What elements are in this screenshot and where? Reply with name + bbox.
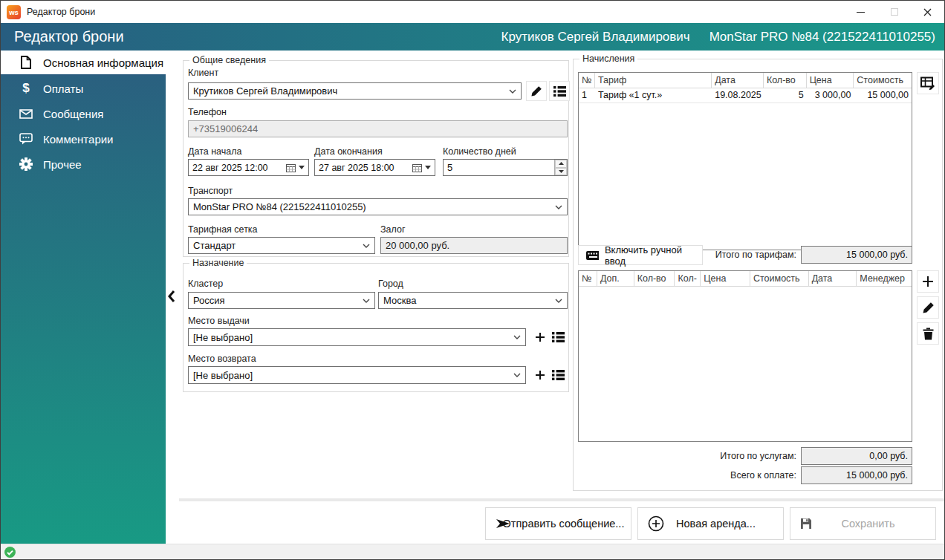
minimize-button[interactable] bbox=[844, 1, 877, 23]
return-place-list-button[interactable] bbox=[550, 366, 567, 384]
cluster-combobox[interactable]: Россия bbox=[188, 292, 375, 309]
ws-app-icon: ws bbox=[7, 5, 21, 19]
pickup-place-value: [Не выбрано] bbox=[193, 332, 253, 343]
start-date-picker[interactable]: 22 авг 2025 12:00 bbox=[188, 159, 309, 176]
titlebar: ws Редактор брони bbox=[1, 1, 944, 23]
destination-group: Назначение Кластер Россия Город Москва М… bbox=[183, 263, 569, 392]
col-header[interactable]: № bbox=[579, 271, 597, 286]
city-label: Город bbox=[378, 279, 403, 289]
sidebar-item-other[interactable]: Прочее bbox=[1, 152, 166, 177]
maximize-icon bbox=[891, 8, 898, 16]
chevron-down-icon bbox=[363, 244, 370, 248]
group-legend: Общие сведения bbox=[189, 55, 269, 65]
col-header[interactable]: Дата bbox=[712, 73, 764, 88]
col-header[interactable]: Кол- bbox=[675, 271, 701, 286]
edit-service-button[interactable] bbox=[917, 296, 939, 319]
cluster-label: Кластер bbox=[188, 279, 223, 289]
comment-icon bbox=[19, 133, 33, 145]
col-header[interactable]: Цена bbox=[701, 271, 750, 286]
new-rental-label: Новая аренда... bbox=[638, 508, 783, 539]
list-icon bbox=[553, 86, 566, 97]
col-header[interactable]: Менеджер bbox=[857, 271, 912, 286]
arrow-up-icon bbox=[559, 162, 564, 165]
app-window: ws Редактор брони Редактор брони Крутико… bbox=[0, 0, 945, 560]
services-table[interactable]: № Доп. Кол-во Кол- Цена Стоимость Дата М… bbox=[578, 270, 912, 442]
app-header: Редактор брони Крутиков Сергей Владимиро… bbox=[1, 23, 944, 51]
chevron-down-icon bbox=[363, 299, 370, 303]
col-header[interactable]: Доп. bbox=[597, 271, 634, 286]
client-list-button[interactable] bbox=[549, 81, 570, 101]
calendar-icon bbox=[286, 163, 296, 172]
edit-client-button[interactable] bbox=[526, 81, 547, 101]
sidebar-item-payments[interactable]: $ Оплаты bbox=[1, 76, 166, 101]
cell-quantity: 5 bbox=[764, 88, 807, 102]
sidebar-item-messages[interactable]: Сообщения bbox=[1, 101, 166, 126]
col-header[interactable]: Дата bbox=[809, 271, 857, 286]
services-total-value: 0,00 руб. bbox=[869, 451, 908, 461]
pickup-place-combobox[interactable]: [Не выбрано] bbox=[188, 328, 526, 346]
edit-tariff-table-button[interactable] bbox=[917, 72, 939, 94]
add-service-button[interactable] bbox=[917, 270, 939, 293]
spin-down-button[interactable] bbox=[555, 168, 567, 176]
city-value: Москва bbox=[383, 295, 416, 306]
pickup-place-list-button[interactable] bbox=[550, 328, 567, 346]
col-header[interactable]: Кол-во bbox=[634, 271, 675, 286]
pencil-icon bbox=[922, 302, 935, 314]
days-count-value: 5 bbox=[444, 160, 554, 175]
return-place-combobox[interactable]: [Не выбрано] bbox=[188, 366, 526, 384]
col-header[interactable]: Тариф bbox=[595, 73, 712, 88]
col-header[interactable]: Цена bbox=[807, 73, 854, 88]
client-value: Крутиков Сергей Владимирович bbox=[193, 85, 337, 97]
keyboard-icon bbox=[586, 251, 599, 260]
tariff-table-header: № Тариф Дата Кол-во Цена Стоимость bbox=[579, 73, 912, 88]
return-place-value: [Не выбрано] bbox=[193, 370, 253, 381]
return-place-label: Место возврата bbox=[188, 354, 256, 364]
transport-combobox[interactable]: MonStar PRO №84 (221522411010255) bbox=[188, 198, 568, 215]
col-header[interactable]: № bbox=[579, 73, 595, 88]
header-vehicle-name: MonStar PRO №84 (221522411010255) bbox=[709, 30, 935, 45]
table-row[interactable]: 1 Тариф «1 сут.» 19.08.2025 5 3 000,00 1… bbox=[579, 88, 912, 103]
delete-service-button[interactable] bbox=[917, 322, 939, 345]
col-header[interactable]: Кол-во bbox=[764, 73, 807, 88]
page-title: Редактор брони bbox=[14, 28, 124, 45]
client-combobox[interactable]: Крутиков Сергей Владимирович bbox=[188, 82, 522, 100]
document-icon bbox=[19, 56, 33, 69]
new-rental-button[interactable]: Новая аренда... bbox=[637, 507, 784, 540]
cell-cost: 15 000,00 bbox=[854, 88, 912, 102]
end-date-picker[interactable]: 27 авг 2025 18:00 bbox=[314, 159, 435, 176]
sidebar-item-comments[interactable]: Комментарии bbox=[1, 126, 166, 152]
enable-manual-input-button[interactable]: Включить ручной ввод bbox=[578, 245, 703, 265]
col-header[interactable]: Стоимость bbox=[750, 271, 809, 286]
sidebar-item-main-info[interactable]: Основная информация bbox=[1, 51, 166, 76]
group-legend: Назначение bbox=[189, 258, 247, 268]
grand-total-label: Всего к оплате: bbox=[685, 470, 796, 481]
close-icon bbox=[923, 8, 932, 16]
maximize-button[interactable] bbox=[877, 1, 911, 23]
send-message-label: Отправить сообщение... bbox=[486, 508, 631, 539]
status-bar bbox=[1, 544, 944, 559]
tariff-grid-combobox[interactable]: Стандарт bbox=[188, 237, 375, 254]
end-date-label: Дата окончания bbox=[314, 146, 383, 157]
add-pickup-place-button[interactable] bbox=[531, 328, 548, 346]
city-combobox[interactable]: Москва bbox=[378, 292, 568, 309]
services-table-header: № Доп. Кол-во Кол- Цена Стоимость Дата М… bbox=[579, 271, 912, 287]
start-date-label: Дата начала bbox=[188, 146, 241, 157]
window-title: Редактор брони bbox=[27, 7, 95, 17]
gear-icon bbox=[19, 157, 33, 171]
sidebar-collapse-button[interactable] bbox=[167, 290, 178, 305]
save-button[interactable]: Сохранить bbox=[790, 507, 936, 540]
add-return-place-button[interactable] bbox=[531, 366, 548, 384]
group-legend: Начисления bbox=[579, 53, 637, 64]
tariff-table[interactable]: № Тариф Дата Кол-во Цена Стоимость 1 Тар… bbox=[578, 72, 912, 250]
spin-up-button[interactable] bbox=[555, 160, 567, 168]
days-count-stepper[interactable]: 5 bbox=[443, 159, 568, 176]
dropdown-arrow-icon bbox=[299, 166, 305, 169]
header-client-name: Крутиков Сергей Владимирович bbox=[501, 30, 690, 45]
send-message-button[interactable]: Отправить сообщение... bbox=[485, 507, 631, 540]
col-header[interactable]: Стоимость bbox=[854, 73, 912, 88]
dollar-icon: $ bbox=[19, 81, 33, 96]
close-button[interactable] bbox=[911, 1, 944, 23]
deposit-field: 20 000,00 руб. bbox=[380, 237, 568, 254]
sidebar-item-label: Комментарии bbox=[43, 133, 113, 146]
tariff-total-label: Итого по тарифам: bbox=[685, 250, 796, 260]
